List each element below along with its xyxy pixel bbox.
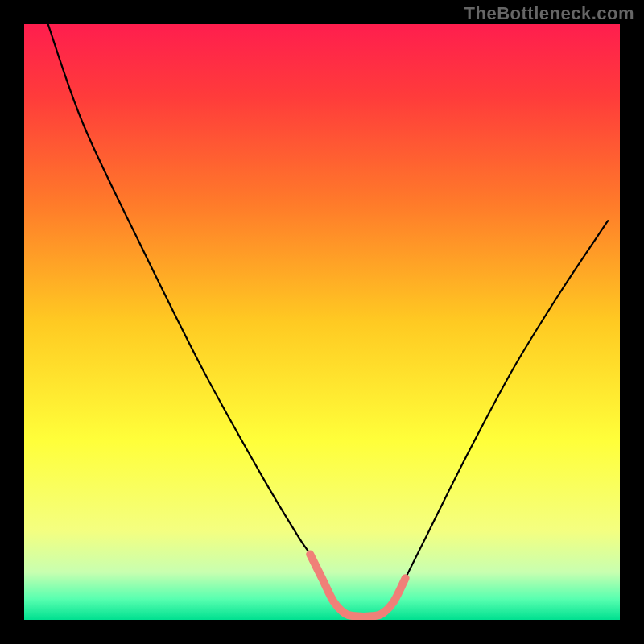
chart-frame: TheBottleneck.com [0, 0, 644, 644]
watermark-label: TheBottleneck.com [464, 3, 634, 24]
gradient-background [24, 24, 620, 620]
plot-svg [24, 24, 620, 620]
plot-area [24, 24, 620, 620]
